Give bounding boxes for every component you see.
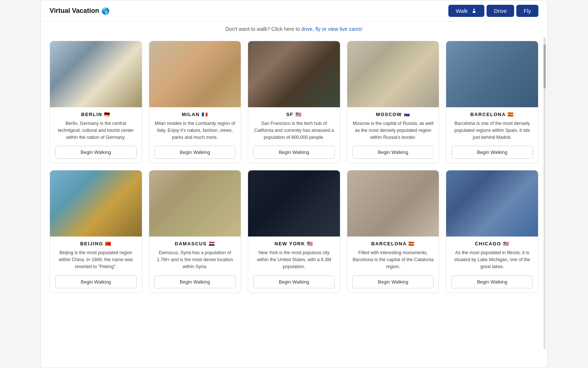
card-title-barcelona: BARCELONA 🇪🇸 — [470, 112, 514, 117]
card-image-berlin — [50, 41, 142, 107]
card-body-barcelona2: BARCELONA 🇪🇸 Filled with interesting mon… — [347, 237, 439, 292]
card-milan: MILAN 🇫🇷 Milan resides in the Lombardy r… — [149, 41, 241, 163]
nav-buttons: Walk Drive Fly — [448, 5, 538, 17]
card-image-beijing — [50, 170, 142, 237]
card-title-sf: SF 🇺🇸 — [286, 112, 302, 117]
card-title-beijing: BEIJING 🇨🇳 — [80, 241, 111, 246]
card-barcelona2: BARCELONA 🇪🇸 Filled with interesting mon… — [347, 170, 440, 293]
walk-button[interactable]: Walk — [448, 5, 484, 17]
card-description-moscow: Moscow is the capital of Russia, as well… — [352, 120, 434, 141]
title-text: Virtual Vacation — [50, 7, 99, 15]
card-berlin: BERLIN 🇩🇪 Berlin, Germany is the central… — [50, 41, 142, 163]
card-description-chicago: As the most populated in Illinois, it is… — [451, 249, 533, 270]
begin-walking-button-newyork[interactable]: Begin Walking — [253, 275, 335, 288]
card-body-damascus: DAMASCUS 🇸🇾 Damscus, Syria has a populat… — [149, 237, 241, 292]
scrollbar-thumb — [544, 44, 546, 89]
person-icon — [471, 8, 477, 14]
app-title: Virtual Vacation 🌎 — [50, 7, 110, 15]
subheader-text: Don't want to walk? Click here to — [225, 26, 301, 32]
card-body-milan: MILAN 🇫🇷 Milan resides in the Lombardy r… — [149, 107, 241, 163]
card-image-newyork — [248, 170, 340, 237]
card-description-berlin: Berlin, Germany is the central technlgic… — [55, 120, 137, 141]
card-grid: BERLIN 🇩🇪 Berlin, Germany is the central… — [41, 34, 547, 300]
card-sf: SF 🇺🇸 San Francisco is the tech hub of C… — [248, 41, 340, 163]
fly-label: Fly — [524, 8, 531, 14]
card-description-newyork: New York is the most populous city withi… — [253, 249, 335, 270]
drive-label: Drive — [494, 8, 507, 14]
card-moscow: MOSCOW 🇷🇺 Moscow is the capital of Russi… — [347, 41, 440, 163]
card-body-chicago: CHICAGO 🇺🇸 As the most populated in Illi… — [446, 237, 538, 292]
begin-walking-button-barcelona2[interactable]: Begin Walking — [352, 275, 434, 288]
globe-icon: 🌎 — [101, 7, 110, 15]
begin-walking-button-berlin[interactable]: Begin Walking — [55, 146, 137, 159]
card-title-barcelona2: BARCELONA 🇪🇸 — [371, 241, 415, 246]
scrollbar[interactable] — [544, 37, 546, 349]
card-chicago: CHICAGO 🇺🇸 As the most populated in Illi… — [446, 170, 538, 293]
card-description-beijing: Beijing is the most populated region wit… — [55, 249, 137, 270]
card-body-barcelona: BARCELONA 🇪🇸 Barcelona is one of the mos… — [446, 107, 538, 163]
card-description-sf: San Francisco is the tech hub of Califor… — [253, 120, 335, 141]
begin-walking-button-moscow[interactable]: Begin Walking — [352, 146, 434, 159]
card-image-moscow — [347, 41, 439, 107]
card-description-milan: Milan resides in the Lombardy region of … — [154, 120, 236, 141]
begin-walking-button-sf[interactable]: Begin Walking — [253, 146, 335, 159]
card-body-beijing: BEIJING 🇨🇳 Beijing is the most populated… — [50, 237, 142, 292]
subheader-link[interactable]: drive, fly or view live cams! — [301, 26, 362, 32]
subheader: Don't want to walk? Click here to drive,… — [41, 22, 547, 34]
card-description-barcelona: Barcelona is one of the most densely pop… — [451, 120, 533, 141]
card-body-moscow: MOSCOW 🇷🇺 Moscow is the capital of Russi… — [347, 107, 439, 163]
card-image-milan — [149, 41, 241, 107]
card-image-barcelona2 — [347, 170, 439, 237]
fly-button[interactable]: Fly — [516, 5, 538, 17]
card-description-barcelona2: Filled with interesting monuments, Barce… — [352, 249, 434, 270]
card-image-barcelona — [446, 41, 538, 107]
drive-button[interactable]: Drive — [487, 5, 514, 17]
card-barcelona: BARCELONA 🇪🇸 Barcelona is one of the mos… — [446, 41, 538, 163]
card-image-sf — [248, 41, 340, 107]
begin-walking-button-chicago[interactable]: Begin Walking — [451, 275, 533, 288]
card-image-damascus — [149, 170, 241, 237]
card-title-damascus: DAMASCUS 🇸🇾 — [175, 241, 215, 246]
begin-walking-button-beijing[interactable]: Begin Walking — [55, 275, 137, 288]
card-newyork: NEW YORK 🇺🇸 New York is the most populou… — [248, 170, 340, 293]
card-body-newyork: NEW YORK 🇺🇸 New York is the most populou… — [248, 237, 340, 292]
card-title-chicago: CHICAGO 🇺🇸 — [475, 241, 510, 246]
svg-point-0 — [473, 8, 475, 10]
card-title-moscow: MOSCOW 🇷🇺 — [376, 112, 410, 117]
begin-walking-button-barcelona[interactable]: Begin Walking — [451, 146, 533, 159]
begin-walking-button-milan[interactable]: Begin Walking — [154, 146, 236, 159]
card-damascus: DAMASCUS 🇸🇾 Damscus, Syria has a populat… — [149, 170, 241, 293]
card-beijing: BEIJING 🇨🇳 Beijing is the most populated… — [50, 170, 142, 293]
header: Virtual Vacation 🌎 Walk Drive Fly — [41, 0, 547, 22]
card-title-milan: MILAN 🇫🇷 — [182, 112, 208, 117]
card-title-berlin: BERLIN 🇩🇪 — [81, 112, 111, 117]
walk-label: Walk — [456, 8, 468, 14]
card-body-sf: SF 🇺🇸 San Francisco is the tech hub of C… — [248, 107, 340, 163]
card-description-damascus: Damscus, Syria has a population of 1.7M+… — [154, 249, 236, 270]
card-image-chicago — [446, 170, 538, 237]
begin-walking-button-damascus[interactable]: Begin Walking — [154, 275, 236, 288]
card-title-newyork: NEW YORK 🇺🇸 — [275, 241, 313, 246]
card-body-berlin: BERLIN 🇩🇪 Berlin, Germany is the central… — [50, 107, 142, 163]
